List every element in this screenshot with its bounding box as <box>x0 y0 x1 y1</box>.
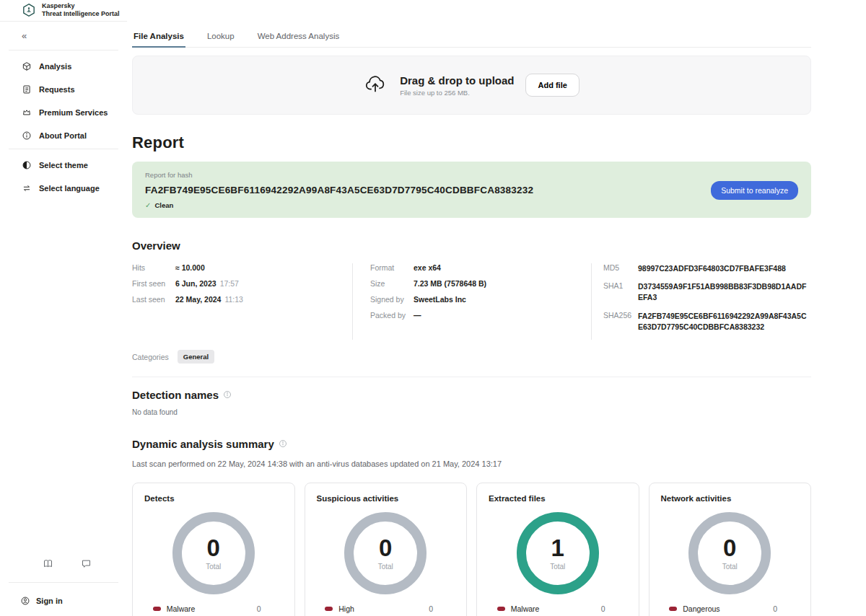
sidebar-divider <box>9 50 118 50</box>
legend-dot <box>497 607 505 611</box>
language-swap-icon <box>22 183 32 193</box>
legend-dot <box>325 607 333 611</box>
donut-total-value: 0 <box>379 536 392 560</box>
sidebar-item-requests[interactable]: Requests <box>0 78 127 101</box>
crown-icon <box>22 107 32 118</box>
kaspersky-logo-icon <box>22 3 36 17</box>
info-icon[interactable] <box>223 389 232 401</box>
overview-hits: Hits ≈ 10.000 <box>132 263 339 272</box>
analysis-cube-icon <box>22 61 32 71</box>
sidebar: Kaspersky Threat Intelligence Portal « A… <box>0 0 127 616</box>
sign-in-button[interactable]: Sign in <box>0 587 127 616</box>
legend: High 0 Medium 0 Low 0 <box>325 604 446 616</box>
sidebar-divider <box>9 149 118 149</box>
user-circle-icon <box>20 596 30 606</box>
legend-item: Malware 0 <box>153 604 274 613</box>
donut-total-value: 0 <box>723 536 736 560</box>
summary-cards: Detects 0 Total Malware 0 Adware <box>132 483 811 616</box>
verdict-row: ✓ Clean <box>145 201 533 209</box>
sidebar-item-select-theme[interactable]: Select theme <box>0 154 127 177</box>
card-detects: Detects 0 Total Malware 0 Adware <box>132 483 295 616</box>
legend: Dangerous 0 Adware and other 0 Good 0 <box>669 604 790 616</box>
top-tab-bar: File Analysis Lookup Web Address Analysi… <box>132 27 811 48</box>
check-icon: ✓ <box>145 201 151 209</box>
hash-label: Report for hash <box>145 171 533 179</box>
report-hash-banner: Report for hash FA2FB749E95CE6BF61169422… <box>132 162 811 218</box>
documentation-book-icon[interactable] <box>43 558 53 572</box>
donut-total-value: 0 <box>207 536 220 560</box>
sidebar-nav: Analysis Requests Premium Services About… <box>0 55 127 147</box>
detection-names-empty: No data found <box>132 408 811 416</box>
overview-first-seen: First seen 6 Jun, 2023 17:57 <box>132 279 339 288</box>
overview-grid: Hits ≈ 10.000 First seen 6 Jun, 2023 17:… <box>132 263 811 340</box>
legend-item: High 0 <box>325 604 446 613</box>
card-suspicious-activities: Suspicious activities 0 Total High 0 <box>305 483 468 616</box>
extracted-files-donut-chart: 1 Total <box>517 512 599 594</box>
upload-size-limit: File size up to 256 MB. <box>400 89 514 97</box>
sidebar-item-premium-services[interactable]: Premium Services <box>0 101 127 124</box>
sidebar-item-analysis[interactable]: Analysis <box>0 55 127 78</box>
sidebar-item-label: About Portal <box>39 131 87 140</box>
card-network-activities: Network activities 0 Total Dangerous 0 <box>649 483 812 616</box>
dynamic-analysis-title: Dynamic analysis summary <box>132 438 811 450</box>
sidebar-item-about-portal[interactable]: About Portal <box>0 124 127 147</box>
card-extracted-files: Extracted files 1 Total Malware 0 <box>476 483 639 616</box>
legend: Malware 0 Adware and other 0 Clean 1 <box>497 604 618 616</box>
category-badge[interactable]: General <box>178 350 214 364</box>
donut-total-value: 1 <box>551 536 564 560</box>
upload-title: Drag & drop to upload <box>400 74 514 87</box>
brand-name: Kaspersky <box>42 2 120 9</box>
overview-sha1: SHA1 D3734559A9F1F51AB998BB83F3DB98D1AAD… <box>603 281 811 303</box>
feedback-chat-icon[interactable] <box>81 558 92 572</box>
tab-web-address-analysis[interactable]: Web Address Analysis <box>256 27 341 47</box>
sidebar-item-select-language[interactable]: Select language <box>0 177 127 200</box>
sidebar-collapse-button[interactable]: « <box>0 22 43 48</box>
submit-to-reanalyze-button[interactable]: Submit to reanalyze <box>711 181 798 200</box>
legend-item: Malware 0 <box>497 604 618 613</box>
overview-signed-by: Signed by SweetLabs Inc <box>370 295 578 304</box>
overview-title: Overview <box>132 239 811 252</box>
tab-file-analysis[interactable]: File Analysis <box>132 27 185 47</box>
legend-item: Dangerous 0 <box>669 604 790 613</box>
legend-dot <box>153 607 161 611</box>
suspicious-donut-chart: 0 Total <box>344 512 427 594</box>
cloud-upload-icon <box>364 73 388 97</box>
report-title: Report <box>132 133 811 152</box>
sidebar-item-label: Select language <box>39 184 100 193</box>
requests-document-icon <box>22 84 32 94</box>
detection-names-title: Detection names <box>132 389 811 401</box>
brand: Kaspersky Threat Intelligence Portal <box>0 0 127 22</box>
main-content: File Analysis Lookup Web Address Analysi… <box>127 0 866 616</box>
add-file-button[interactable]: Add file <box>525 74 579 97</box>
sidebar-footer: Sign in <box>0 553 127 616</box>
overview-md5: MD5 98997C23ADFD3F64803CD7FBAFE3F488 <box>603 263 811 274</box>
verdict-label: Clean <box>154 201 173 209</box>
detects-donut-chart: 0 Total <box>172 512 255 594</box>
legend: Malware 0 Adware and other 0 <box>153 604 274 616</box>
network-donut-chart: 0 Total <box>688 512 771 594</box>
overview-packed-by: Packed by — <box>370 311 578 320</box>
brand-subtitle: Threat Intelligence Portal <box>42 10 120 17</box>
info-icon[interactable] <box>279 438 287 450</box>
categories-row: Categories General <box>132 350 811 364</box>
legend-dot <box>669 607 677 611</box>
upload-dropzone[interactable]: Drag & drop to upload File size up to 25… <box>132 56 811 115</box>
hash-value: FA2FB749E95CE6BF6116942292A99A8F43A5CE63… <box>145 185 533 195</box>
sidebar-item-label: Analysis <box>39 62 71 71</box>
sidebar-item-label: Requests <box>39 85 75 94</box>
sidebar-item-label: Select theme <box>39 161 88 170</box>
categories-label: Categories <box>132 353 169 361</box>
overview-size: Size 7.23 MB (7578648 B) <box>370 279 578 288</box>
info-circle-icon <box>22 131 32 141</box>
overview-sha256: SHA256 FA2FB749E95CE6BF6116942292A99A8F4… <box>603 311 811 333</box>
overview-format: Format exe x64 <box>370 263 578 272</box>
last-scan-text: Last scan performed on 22 May, 2024 14:3… <box>132 459 811 468</box>
tab-lookup[interactable]: Lookup <box>206 27 236 47</box>
sidebar-item-label: Premium Services <box>39 108 108 117</box>
theme-icon <box>22 160 32 170</box>
app-window: Kaspersky Threat Intelligence Portal « A… <box>0 0 866 616</box>
section-divider <box>132 377 811 377</box>
sidebar-divider <box>9 582 118 583</box>
sign-in-label: Sign in <box>36 597 63 605</box>
overview-last-seen: Last seen 22 May, 2024 11:13 <box>132 295 339 304</box>
